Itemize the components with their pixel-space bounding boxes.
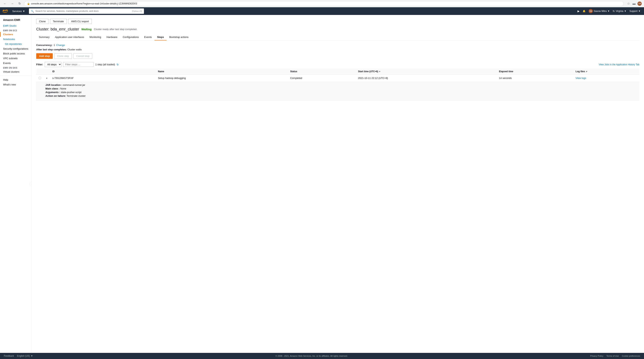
detail-action-on-failure: Action on failure: Terminate cluster xyxy=(46,94,635,97)
steps-content: Concurrency: 1 Change After last step co… xyxy=(36,44,640,101)
sidebar-section-emr-ec2: EMR on EC2 xyxy=(0,28,32,32)
sidebar-item-security-configs[interactable]: Security configurations xyxy=(0,46,32,51)
bookmark-icon[interactable]: ☆ xyxy=(627,2,630,5)
terminate-button[interactable]: Terminate xyxy=(50,19,67,24)
back-button[interactable]: ← xyxy=(2,1,8,6)
filter-left: Filter: All steps 1 step (all loaded) ↻ xyxy=(36,62,119,67)
avatar: SM xyxy=(588,9,593,13)
row-expand[interactable]: ▼ xyxy=(44,74,50,82)
row-status: Completed xyxy=(288,74,356,82)
aws-cli-button[interactable]: AWS CLI export xyxy=(68,19,92,24)
search-shortcut: [Option+S] xyxy=(132,10,142,12)
search-input[interactable] xyxy=(36,10,130,12)
expand-button[interactable]: ▼ xyxy=(46,77,48,79)
col-name: Name xyxy=(156,69,288,74)
support-button[interactable]: Support ▼ xyxy=(628,9,642,13)
change-link[interactable]: Change xyxy=(56,44,65,46)
tab-hardware[interactable]: Hardware xyxy=(104,34,120,40)
detail-jar: JAR location : command-runner.jar xyxy=(46,83,635,86)
search-icon: 🔍 xyxy=(31,10,34,13)
search-bar[interactable]: 🔍 [Option+S] xyxy=(29,8,144,14)
filter-input[interactable] xyxy=(63,62,94,67)
sidebar-item-whats-new[interactable]: What's new xyxy=(0,82,32,87)
filter-select[interactable]: All steps xyxy=(45,62,62,67)
sidebar-item-help[interactable]: Help xyxy=(0,77,32,82)
external-link-icon: ➚ xyxy=(586,70,587,73)
tab-monitoring[interactable]: Monitoring xyxy=(87,34,104,40)
view-logs-link[interactable]: View logs xyxy=(576,77,586,79)
col-id: ID xyxy=(50,69,156,74)
cloudshell-icon: ▶ xyxy=(578,9,580,13)
tab-summary[interactable]: Summary xyxy=(36,34,52,40)
table-row: ▼ s-T9XJ3WGTSFAF Setup hadoop debugging … xyxy=(36,74,640,82)
clone-step-button[interactable]: Clone step xyxy=(54,53,72,59)
table-body: ▼ s-T9XJ3WGTSFAF Setup hadoop debugging … xyxy=(36,74,640,101)
user-menu-button[interactable]: SM Saurav Mitra ▼ xyxy=(588,8,611,14)
sidebar-item-vpc-subnets[interactable]: VPC subnets xyxy=(0,56,32,61)
tab-configurations[interactable]: Configurations xyxy=(120,34,142,40)
row-start-time: 2021-10-11 22:12 (UTC+8) xyxy=(356,74,496,82)
language-button[interactable]: English (US) ▼ xyxy=(17,355,33,357)
cluster-title: Cluster: bda_emr_cluster xyxy=(36,27,79,31)
footer-left: Feedback English (US) ▼ xyxy=(4,355,33,357)
sidebar-item-block-public[interactable]: Block public access xyxy=(0,51,32,56)
cancel-step-button[interactable]: Cancel step xyxy=(74,53,92,59)
table-row-detail: JAR location : command-runner.jar Main c… xyxy=(36,82,640,101)
browser-avatar[interactable]: SM xyxy=(638,1,642,6)
extensions-icon[interactable]: ▬ xyxy=(632,2,636,5)
main-layout: Amazon EMR EMR Studio EMR on EC2 Cluster… xyxy=(0,15,644,353)
filter-label: Filter: xyxy=(36,63,43,66)
sort-icon[interactable]: ▼ xyxy=(379,70,381,73)
table-header: ID Name Status Start time (UTC+8) ▼ xyxy=(36,69,640,74)
tab-steps[interactable]: Steps xyxy=(154,34,166,40)
sidebar-item-virtual-clusters[interactable]: Virtual clusters xyxy=(0,69,32,74)
refresh-button[interactable]: ↻ xyxy=(17,1,22,6)
cloudshell-button[interactable]: ▶ xyxy=(576,9,581,13)
detail-main-class: Main class : None xyxy=(46,87,635,90)
region-button[interactable]: N. Virginia ▼ xyxy=(612,9,628,13)
action-buttons: Clone Terminate AWS CLI export xyxy=(36,19,640,24)
row-radio[interactable] xyxy=(36,74,44,82)
feedback-button[interactable]: Feedback xyxy=(4,355,14,357)
tab-events[interactable]: Events xyxy=(142,34,154,40)
privacy-link[interactable]: Privacy Policy xyxy=(590,355,603,357)
concurrency-value: 1 xyxy=(54,44,55,46)
services-chevron-icon: ▼ xyxy=(22,10,25,13)
terms-link[interactable]: Terms of Use xyxy=(606,355,619,357)
support-chevron-icon: ▼ xyxy=(638,10,640,12)
col-expand xyxy=(44,69,50,74)
aws-logo xyxy=(2,9,8,13)
url-bar[interactable]: 🔒 console.aws.amazon.com/elasticmapreduc… xyxy=(24,1,624,6)
forward-button[interactable]: → xyxy=(10,1,15,6)
page-footer: Feedback English (US) ▼ © 2008 - 2021, A… xyxy=(0,353,644,359)
browser-bar: ← → ↻ 🔒 console.aws.amazon.com/elasticma… xyxy=(0,0,644,7)
concurrency-label: Concurrency: xyxy=(36,44,52,46)
after-step-value: Cluster waits xyxy=(68,48,82,51)
sidebar-title: Amazon EMR xyxy=(0,17,32,23)
sidebar-divider xyxy=(0,76,32,76)
tab-bootstrap[interactable]: Bootstrap actions xyxy=(166,34,191,40)
after-step-row: After last step completes: Cluster waits xyxy=(36,48,640,51)
sidebar-item-events[interactable]: Events xyxy=(0,61,32,65)
sidebar-item-notebooks[interactable]: Notebooks xyxy=(0,37,32,41)
concurrency-row: Concurrency: 1 Change xyxy=(36,44,640,46)
col-checkbox xyxy=(36,69,44,74)
sidebar-item-clusters[interactable]: Clusters xyxy=(0,32,32,37)
sidebar: Amazon EMR EMR Studio EMR on EC2 Cluster… xyxy=(0,15,32,353)
sidebar-item-emr-studio[interactable]: EMR Studio xyxy=(0,23,32,28)
refresh-steps-button[interactable]: ↻ xyxy=(116,63,119,66)
row-log-link[interactable]: View logs xyxy=(573,74,640,82)
sidebar-collapse-button[interactable]: ‹ xyxy=(30,182,32,186)
view-jobs-link[interactable]: View Jobs in the Application History Tab xyxy=(599,63,640,66)
sidebar-item-git-repos[interactable]: Git repositories xyxy=(0,41,32,46)
steps-table: ID Name Status Start time (UTC+8) ▼ xyxy=(36,69,640,101)
url-text: console.aws.amazon.com/elasticmapreduce/… xyxy=(31,2,137,5)
add-step-button[interactable]: Add step xyxy=(36,53,53,59)
notifications-button[interactable]: 🔔 xyxy=(582,9,587,13)
cookie-link[interactable]: Cookie preferences xyxy=(622,355,640,357)
clone-button[interactable]: Clone xyxy=(36,19,48,24)
tab-application-ui[interactable]: Application user interfaces xyxy=(52,34,87,40)
step-count: 1 step (all loaded) xyxy=(95,63,115,66)
services-button[interactable]: Services ▼ xyxy=(11,9,27,13)
filter-row: Filter: All steps 1 step (all loaded) ↻ … xyxy=(36,62,640,67)
